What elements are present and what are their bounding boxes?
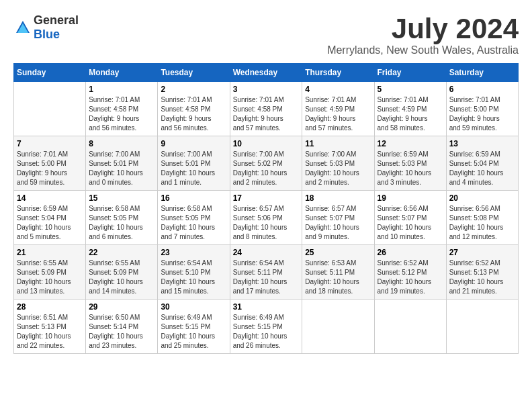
calendar-cell [446,300,518,354]
column-header-tuesday: Tuesday [158,64,230,82]
day-info: Sunrise: 6:49 AMSunset: 5:15 PMDaylight:… [161,313,226,351]
day-info: Sunrise: 7:00 AMSunset: 5:01 PMDaylight:… [161,150,226,187]
calendar-cell: 31Sunrise: 6:49 AMSunset: 5:15 PMDayligh… [230,300,302,354]
day-info: Sunrise: 6:59 AMSunset: 5:04 PMDaylight:… [449,150,515,187]
calendar-cell: 26Sunrise: 6:52 AMSunset: 5:12 PMDayligh… [374,245,446,300]
day-info: Sunrise: 6:54 AMSunset: 5:11 PMDaylight:… [233,259,300,296]
day-number: 21 [17,248,83,257]
calendar-cell: 6Sunrise: 7:01 AMSunset: 5:00 PMDaylight… [446,82,518,136]
calendar-cell: 29Sunrise: 6:50 AMSunset: 5:14 PMDayligh… [86,300,158,354]
calendar-cell: 20Sunrise: 6:56 AMSunset: 5:08 PMDayligh… [446,191,518,245]
week-row-4: 21Sunrise: 6:55 AMSunset: 5:09 PMDayligh… [14,245,519,300]
calendar-cell: 17Sunrise: 6:57 AMSunset: 5:06 PMDayligh… [230,191,302,245]
column-header-friday: Friday [374,64,446,82]
calendar-cell: 30Sunrise: 6:49 AMSunset: 5:15 PMDayligh… [158,300,230,354]
calendar-cell: 18Sunrise: 6:57 AMSunset: 5:07 PMDayligh… [302,191,374,245]
calendar-cell: 1Sunrise: 7:01 AMSunset: 4:58 PMDaylight… [86,82,158,136]
calendar-cell: 4Sunrise: 7:01 AMSunset: 4:59 PMDaylight… [302,82,374,136]
day-number: 30 [161,302,226,312]
column-header-thursday: Thursday [302,64,374,82]
calendar-body: 1Sunrise: 7:01 AMSunset: 4:58 PMDaylight… [14,82,519,354]
day-info: Sunrise: 6:58 AMSunset: 5:05 PMDaylight:… [161,204,226,242]
calendar-cell: 24Sunrise: 6:54 AMSunset: 5:11 PMDayligh… [230,245,302,300]
week-row-3: 14Sunrise: 6:59 AMSunset: 5:04 PMDayligh… [14,191,519,245]
column-header-wednesday: Wednesday [230,64,302,82]
title-area: July 2024 Merrylands, New South Wales, A… [327,13,519,56]
day-info: Sunrise: 6:57 AMSunset: 5:06 PMDaylight:… [233,204,300,242]
column-header-saturday: Saturday [446,64,518,82]
day-number: 16 [161,193,226,203]
day-number: 26 [378,248,443,257]
day-number: 4 [305,85,371,94]
column-header-monday: Monday [86,64,158,82]
location-title: Merrylands, New South Wales, Australia [327,44,519,56]
day-info: Sunrise: 7:01 AMSunset: 4:58 PMDaylight:… [89,95,154,133]
calendar-cell: 9Sunrise: 7:00 AMSunset: 5:01 PMDaylight… [158,136,230,191]
day-info: Sunrise: 6:56 AMSunset: 5:08 PMDaylight:… [449,204,515,242]
day-number: 22 [89,248,154,257]
calendar-cell: 16Sunrise: 6:58 AMSunset: 5:05 PMDayligh… [158,191,230,245]
day-info: Sunrise: 7:01 AMSunset: 4:58 PMDaylight:… [161,95,226,133]
day-info: Sunrise: 6:52 AMSunset: 5:13 PMDaylight:… [449,259,515,296]
day-info: Sunrise: 6:53 AMSunset: 5:11 PMDaylight:… [305,259,371,296]
day-number: 28 [17,302,83,312]
calendar-cell: 5Sunrise: 7:01 AMSunset: 4:59 PMDaylight… [374,82,446,136]
calendar-cell: 7Sunrise: 7:01 AMSunset: 5:00 PMDaylight… [14,136,86,191]
day-number: 7 [17,139,83,148]
day-info: Sunrise: 6:54 AMSunset: 5:10 PMDaylight:… [161,259,226,296]
day-info: Sunrise: 7:00 AMSunset: 5:01 PMDaylight:… [89,150,154,187]
day-info: Sunrise: 6:59 AMSunset: 5:03 PMDaylight:… [378,150,443,187]
calendar-cell: 22Sunrise: 6:55 AMSunset: 5:09 PMDayligh… [86,245,158,300]
day-number: 10 [233,139,300,148]
day-number: 11 [305,139,371,148]
week-row-2: 7Sunrise: 7:01 AMSunset: 5:00 PMDaylight… [14,136,519,191]
day-number: 13 [449,139,515,148]
day-number: 8 [89,139,154,148]
calendar-cell: 13Sunrise: 6:59 AMSunset: 5:04 PMDayligh… [446,136,518,191]
day-number: 25 [305,248,371,257]
day-number: 29 [89,302,154,312]
calendar-cell: 2Sunrise: 7:01 AMSunset: 4:58 PMDaylight… [158,82,230,136]
page-header: General Blue July 2024 Merrylands, New S… [13,13,519,56]
day-info: Sunrise: 6:58 AMSunset: 5:05 PMDaylight:… [89,204,154,242]
calendar-cell: 25Sunrise: 6:53 AMSunset: 5:11 PMDayligh… [302,245,374,300]
day-info: Sunrise: 6:59 AMSunset: 5:04 PMDaylight:… [17,204,83,242]
calendar-cell: 12Sunrise: 6:59 AMSunset: 5:03 PMDayligh… [374,136,446,191]
logo-text-blue: Blue [34,28,60,41]
day-number: 6 [449,85,515,94]
day-info: Sunrise: 6:56 AMSunset: 5:07 PMDaylight:… [378,204,443,242]
week-row-1: 1Sunrise: 7:01 AMSunset: 4:58 PMDaylight… [14,82,519,136]
calendar-cell: 11Sunrise: 7:00 AMSunset: 5:03 PMDayligh… [302,136,374,191]
day-info: Sunrise: 7:01 AMSunset: 4:59 PMDaylight:… [378,95,443,133]
calendar-header-row: SundayMondayTuesdayWednesdayThursdayFrid… [14,64,519,82]
day-info: Sunrise: 7:01 AMSunset: 4:59 PMDaylight:… [305,95,371,133]
day-info: Sunrise: 6:57 AMSunset: 5:07 PMDaylight:… [305,204,371,242]
calendar-cell [302,300,374,354]
day-number: 19 [378,193,443,203]
calendar-cell [374,300,446,354]
day-number: 15 [89,193,154,203]
day-info: Sunrise: 7:01 AMSunset: 5:00 PMDaylight:… [17,150,83,187]
calendar-table: SundayMondayTuesdayWednesdayThursdayFrid… [13,63,519,354]
calendar-cell: 15Sunrise: 6:58 AMSunset: 5:05 PMDayligh… [86,191,158,245]
day-info: Sunrise: 6:49 AMSunset: 5:15 PMDaylight:… [233,313,300,351]
column-header-sunday: Sunday [14,64,86,82]
day-info: Sunrise: 7:00 AMSunset: 5:02 PMDaylight:… [233,150,300,187]
day-number: 1 [89,85,154,94]
logo: General Blue [13,13,79,42]
day-info: Sunrise: 6:51 AMSunset: 5:13 PMDaylight:… [17,313,83,351]
calendar-cell: 8Sunrise: 7:00 AMSunset: 5:01 PMDaylight… [86,136,158,191]
calendar-cell: 14Sunrise: 6:59 AMSunset: 5:04 PMDayligh… [14,191,86,245]
day-info: Sunrise: 7:01 AMSunset: 4:58 PMDaylight:… [233,95,300,133]
day-number: 14 [17,193,83,203]
day-number: 31 [233,302,300,312]
day-number: 5 [378,85,443,94]
day-info: Sunrise: 6:55 AMSunset: 5:09 PMDaylight:… [17,259,83,296]
day-number: 24 [233,248,300,257]
calendar-cell: 23Sunrise: 6:54 AMSunset: 5:10 PMDayligh… [158,245,230,300]
day-info: Sunrise: 6:50 AMSunset: 5:14 PMDaylight:… [89,313,154,351]
day-number: 17 [233,193,300,203]
month-title: July 2024 [327,13,519,44]
calendar-cell: 21Sunrise: 6:55 AMSunset: 5:09 PMDayligh… [14,245,86,300]
calendar-cell: 27Sunrise: 6:52 AMSunset: 5:13 PMDayligh… [446,245,518,300]
